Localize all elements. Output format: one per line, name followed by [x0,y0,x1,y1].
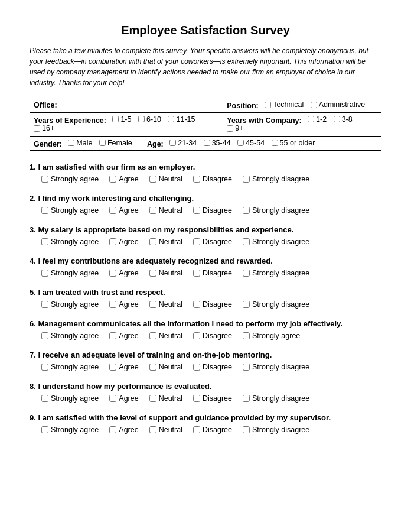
question-2-option-1[interactable]: Strongly agree [41,206,99,215]
question-4-option-2[interactable]: Agree [109,269,138,277]
question-4-checkbox-4[interactable] [193,270,200,277]
question-4-checkbox-5[interactable] [243,270,250,277]
question-5-option-5[interactable]: Strongly disagree [243,300,309,309]
question-2-option-4[interactable]: Disagree [193,206,232,215]
question-9-checkbox-5[interactable] [243,426,250,433]
question-9-checkbox-1[interactable] [41,426,48,433]
position-technical-checkbox[interactable] [265,102,271,108]
question-3-checkbox-2[interactable] [109,238,116,245]
question-7-option-1[interactable]: Strongly agree [41,363,99,371]
question-1-option-2[interactable]: Agree [109,175,138,183]
question-7-checkbox-3[interactable] [149,364,156,371]
question-4-option-1[interactable]: Strongly agree [41,269,99,277]
question-2-option-2[interactable]: Agree [109,206,138,215]
question-7-option-3[interactable]: Neutral [149,363,182,371]
question-9-checkbox-4[interactable] [193,426,200,433]
question-5-checkbox-4[interactable] [193,301,200,308]
gender-male[interactable]: Male [68,139,92,147]
question-7-checkbox-5[interactable] [243,364,250,371]
question-1-checkbox-5[interactable] [243,176,250,183]
question-6-checkbox-1[interactable] [41,332,48,339]
years-company-9plus[interactable]: 9+ [227,124,243,132]
question-8-checkbox-1[interactable] [41,395,48,402]
question-2-checkbox-1[interactable] [41,207,48,214]
question-1-option-1[interactable]: Strongly agree [41,175,99,183]
question-5-option-3[interactable]: Neutral [149,300,182,309]
question-6-option-4[interactable]: Disagree [193,332,232,340]
question-9-option-4[interactable]: Disagree [193,426,232,434]
question-8-option-1[interactable]: Strongly agree [41,394,99,403]
question-6-option-5[interactable]: Strongly agree [243,332,300,340]
age-35-44[interactable]: 35-44 [204,139,231,147]
question-7-checkbox-2[interactable] [109,364,116,371]
question-1-option-5[interactable]: Strongly disagree [243,175,309,183]
age-45-54[interactable]: 45-54 [237,139,265,147]
question-7-checkbox-1[interactable] [41,364,48,371]
question-3-option-5[interactable]: Strongly disagree [243,238,309,246]
question-4-checkbox-3[interactable] [149,270,156,277]
question-7-option-4[interactable]: Disagree [193,363,232,371]
question-7-option-5[interactable]: Strongly disagree [243,363,309,371]
question-3-checkbox-1[interactable] [41,238,48,245]
question-8-checkbox-2[interactable] [109,395,116,402]
question-1-option-3[interactable]: Neutral [149,175,182,183]
question-9-option-1[interactable]: Strongly agree [41,426,99,434]
question-5-checkbox-2[interactable] [109,301,116,308]
question-3-option-3[interactable]: Neutral [149,238,182,246]
question-8-option-4[interactable]: Disagree [193,394,232,403]
question-2-checkbox-4[interactable] [193,207,200,214]
question-8-checkbox-5[interactable] [243,395,250,402]
question-2-option-5[interactable]: Strongly disagree [243,206,309,215]
question-9-option-5[interactable]: Strongly disagree [243,426,309,434]
question-3-option-4[interactable]: Disagree [193,238,232,246]
question-7-checkbox-4[interactable] [193,364,200,371]
question-6-checkbox-2[interactable] [109,332,116,339]
question-6-option-1[interactable]: Strongly agree [41,332,99,340]
question-1-checkbox-1[interactable] [41,176,48,183]
question-2-option-3[interactable]: Neutral [149,206,182,215]
question-9-option-3[interactable]: Neutral [149,426,182,434]
question-9-option-2[interactable]: Agree [109,426,138,434]
question-9-checkbox-2[interactable] [109,426,116,433]
question-6-checkbox-3[interactable] [149,332,156,339]
question-6-checkbox-5[interactable] [243,332,250,339]
position-administrative-checkbox[interactable] [311,102,317,108]
question-1-checkbox-2[interactable] [109,176,116,183]
position-administrative[interactable]: Administrative [311,100,366,109]
question-6-option-3[interactable]: Neutral [149,332,182,340]
gender-female[interactable]: Female [99,139,132,147]
years-exp-11-15[interactable]: 11-15 [168,115,195,124]
position-technical[interactable]: Technical [265,100,304,109]
question-8-option-5[interactable]: Strongly disagree [243,394,309,403]
question-8-checkbox-4[interactable] [193,395,200,402]
age-55plus[interactable]: 55 or older [272,139,315,147]
question-2-checkbox-5[interactable] [243,207,250,214]
question-5-checkbox-5[interactable] [243,301,250,308]
question-4-option-5[interactable]: Strongly disagree [243,269,309,277]
question-6-checkbox-4[interactable] [193,332,200,339]
question-8-checkbox-3[interactable] [149,395,156,402]
question-9-checkbox-3[interactable] [149,426,156,433]
question-5-checkbox-3[interactable] [149,301,156,308]
question-1-option-4[interactable]: Disagree [193,175,232,183]
question-7-option-2[interactable]: Agree [109,363,138,371]
years-exp-1-5[interactable]: 1-5 [112,115,131,124]
question-5-option-4[interactable]: Disagree [193,300,232,309]
question-3-option-1[interactable]: Strongly agree [41,238,99,246]
years-company-1-2[interactable]: 1-2 [308,115,327,124]
question-2-checkbox-2[interactable] [109,207,116,214]
question-5-option-1[interactable]: Strongly agree [41,300,99,309]
question-8-option-2[interactable]: Agree [109,394,138,403]
question-4-checkbox-2[interactable] [109,270,116,277]
question-4-checkbox-1[interactable] [41,270,48,277]
years-exp-16plus[interactable]: 16+ [34,124,54,132]
question-4-option-3[interactable]: Neutral [149,269,182,277]
question-1-checkbox-4[interactable] [193,176,200,183]
question-3-checkbox-3[interactable] [149,238,156,245]
question-4-option-4[interactable]: Disagree [193,269,232,277]
question-6-option-2[interactable]: Agree [109,332,138,340]
question-3-checkbox-5[interactable] [243,238,250,245]
age-21-34[interactable]: 21-34 [169,139,197,147]
question-2-checkbox-3[interactable] [149,207,156,214]
question-3-checkbox-4[interactable] [193,238,200,245]
